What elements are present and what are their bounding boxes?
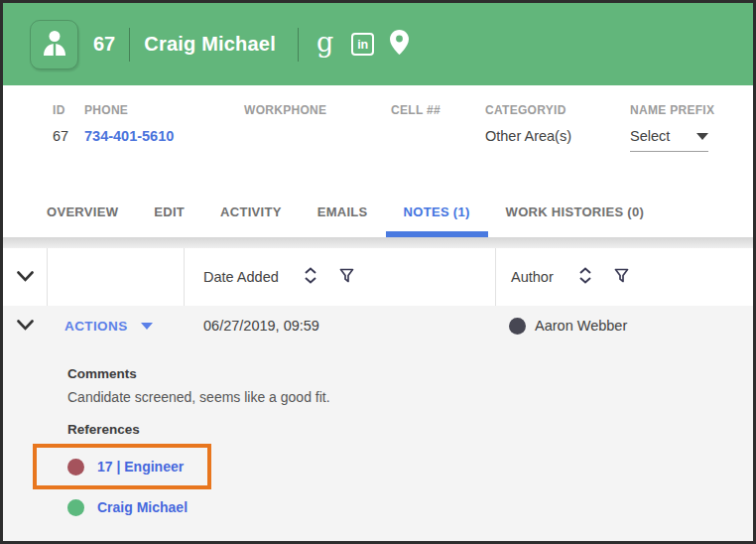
filter-icon[interactable]: [339, 268, 354, 286]
reference-link[interactable]: Craig Michael: [97, 499, 188, 515]
contact-header: 67 Craig Michael g in: [3, 3, 753, 85]
author-cell: Aaron Webber: [496, 318, 753, 335]
person-icon: [42, 29, 67, 61]
chevron-down-icon: [696, 133, 708, 140]
actions-column-header: [48, 248, 185, 306]
tab-work-histories[interactable]: WORK HISTORIES (0): [488, 187, 663, 237]
chevron-down-icon: [17, 317, 34, 335]
filter-icon[interactable]: [614, 268, 629, 286]
field-value: 67: [53, 128, 84, 144]
note-table-row: ACTIONS 06/27/2019, 09:59 Aaron Webber: [3, 306, 753, 345]
field-label: PHONE: [84, 103, 244, 117]
field-value: Other Area(s): [485, 128, 630, 144]
tab-activity[interactable]: ACTIVITY: [202, 187, 300, 237]
contact-info-bar: ID 67 PHONE 734-401-5610 WORKPHONE CELL …: [3, 85, 753, 187]
field-label: NAME PREFIX: [630, 103, 714, 117]
sort-icon[interactable]: [304, 267, 317, 287]
sort-icon[interactable]: [578, 267, 592, 287]
collapse-row-button[interactable]: [3, 317, 48, 335]
tab-notes[interactable]: NOTES (1): [386, 187, 488, 237]
location-pin-icon[interactable]: [390, 30, 409, 59]
field-label: WORKPHONE: [244, 103, 391, 117]
column-label: Date Added: [203, 269, 279, 285]
author-name: Aaron Webber: [535, 318, 627, 334]
comments-heading: Comments: [67, 366, 753, 381]
field-id: ID 67: [53, 103, 84, 187]
tab-overview[interactable]: OVERVIEW: [29, 187, 136, 237]
tabs-divider-band: [3, 237, 753, 248]
actions-label: ACTIONS: [64, 319, 128, 334]
contact-avatar-button[interactable]: [30, 20, 78, 69]
contact-id: 67: [93, 33, 115, 56]
author-column-header: Author: [496, 248, 753, 306]
select-value: Select: [630, 128, 670, 144]
field-categoryid: CATEGORYID Other Area(s): [485, 103, 630, 187]
field-workphone: WORKPHONE: [244, 103, 391, 187]
name-prefix-select[interactable]: Select: [630, 128, 708, 152]
google-search-icon[interactable]: g: [316, 29, 333, 56]
column-label: Author: [511, 269, 554, 285]
reference-link[interactable]: 17 | Engineer: [97, 459, 184, 475]
phone-link[interactable]: 734-401-5610: [84, 128, 244, 144]
chevron-down-icon: [17, 268, 34, 286]
highlight-annotation-box: 17 | Engineer: [33, 444, 211, 489]
date-added-cell: 06/27/2019, 09:59: [185, 318, 496, 334]
contact-name: Craig Michael: [144, 33, 276, 56]
reference-status-dot: [67, 459, 84, 476]
header-divider: [129, 28, 130, 62]
field-label: CELL ##: [391, 103, 485, 117]
comments-text: Candidate screened, seems like a good fi…: [67, 389, 753, 405]
field-label: ID: [53, 103, 84, 117]
reference-item: 17 | Engineer: [67, 453, 184, 480]
date-added-column-header: Date Added: [185, 248, 496, 306]
notes-table-header: Date Added Author: [3, 248, 753, 306]
chevron-down-icon: [141, 323, 153, 330]
author-avatar: [509, 318, 526, 335]
tab-edit[interactable]: EDIT: [136, 187, 202, 237]
header-divider: [298, 28, 299, 62]
notes-expanded-area: ACTIONS 06/27/2019, 09:59 Aaron Webber C…: [3, 306, 753, 541]
reference-status-dot: [67, 499, 84, 516]
tab-emails[interactable]: EMAILS: [300, 187, 386, 237]
field-phone: PHONE 734-401-5610: [84, 103, 244, 187]
expand-all-button[interactable]: [3, 248, 48, 306]
note-detail: Comments Candidate screened, seems like …: [3, 345, 753, 521]
contact-record-window: 67 Craig Michael g in ID 67 PHONE 734-40…: [0, 0, 756, 544]
references-heading: References: [67, 422, 753, 437]
field-cell: CELL ##: [391, 103, 485, 187]
field-label: CATEGORYID: [485, 103, 630, 117]
references-list: 17 | Engineer Craig Michael: [67, 444, 753, 521]
field-name-prefix: NAME PREFIX Select: [630, 103, 714, 187]
actions-dropdown[interactable]: ACTIONS: [48, 319, 185, 334]
record-tabs: OVERVIEW EDIT ACTIVITY EMAILS NOTES (1) …: [3, 187, 753, 237]
linkedin-icon[interactable]: in: [351, 33, 374, 56]
reference-item: Craig Michael: [67, 493, 753, 521]
